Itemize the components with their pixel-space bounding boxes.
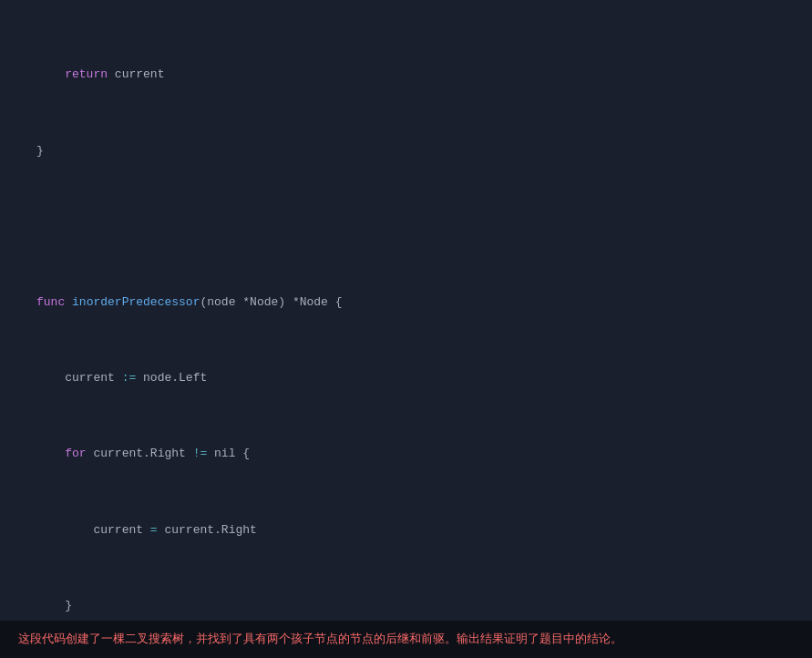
code-line: for current.Right != nil { xyxy=(36,445,794,464)
code-block: return current } func inorderPredecessor… xyxy=(0,0,812,658)
code-line xyxy=(36,218,794,237)
code-line: func inorderPredecessor(node *Node) *Nod… xyxy=(36,293,794,313)
code-line: return current xyxy=(36,66,794,85)
code-line: } xyxy=(36,142,794,161)
code-line: } xyxy=(36,597,794,616)
code-line: current = current.Right xyxy=(36,521,794,540)
bottom-description: 这段代码创建了一棵二叉搜索树，并找到了具有两个孩子节点的节点的后继和前驱。输出结… xyxy=(0,621,812,658)
code-line: current := node.Left xyxy=(36,369,794,388)
